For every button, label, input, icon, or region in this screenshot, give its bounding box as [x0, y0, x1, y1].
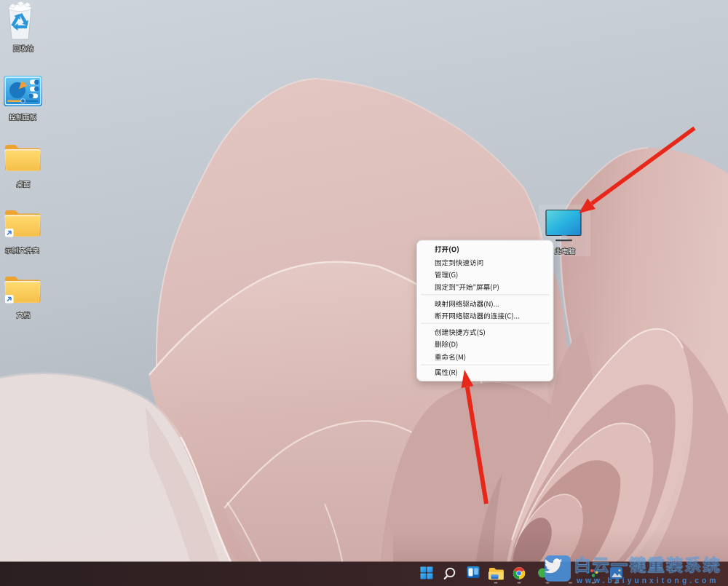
svg-text:www.baiyunxitong.com: www.baiyunxitong.com	[576, 577, 719, 585]
